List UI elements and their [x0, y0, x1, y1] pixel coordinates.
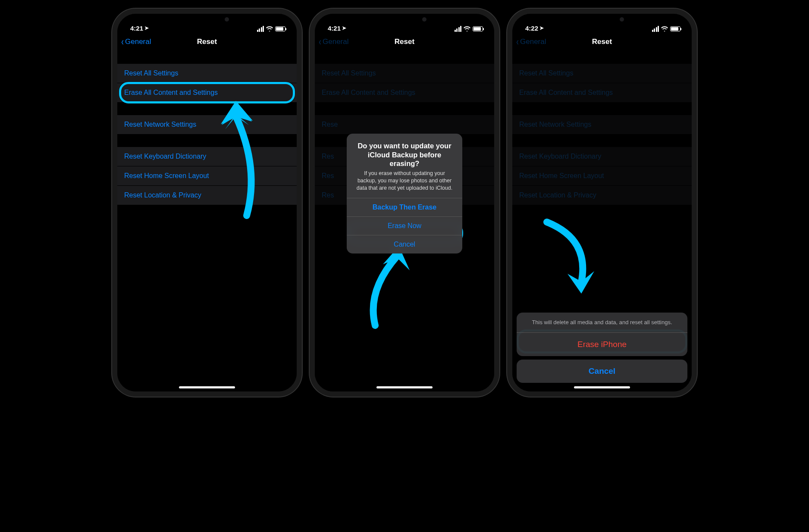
cellular-icon — [455, 26, 462, 32]
alert-erase-now[interactable]: Erase Now — [347, 216, 462, 235]
back-label: General — [323, 38, 348, 46]
status-time: 4:22 — [525, 25, 538, 32]
sheet-message: This will delete all media and data, and… — [517, 313, 687, 332]
wifi-icon — [661, 26, 668, 31]
settings-list-dimmed: Reset All Settings Erase All Content and… — [512, 52, 692, 391]
wifi-icon — [464, 26, 470, 31]
back-button[interactable]: ‹ General — [121, 32, 151, 52]
nav-bar: ‹ General Reset — [117, 32, 297, 52]
settings-list: Reset All Settings Erase All Content and… — [117, 52, 297, 391]
alert-title: Do you want to update your iCloud Backup… — [347, 134, 462, 170]
location-icon: ➤ — [539, 25, 544, 31]
home-indicator[interactable] — [179, 386, 235, 388]
notch — [364, 14, 445, 26]
status-time: 4:21 — [328, 25, 341, 32]
home-indicator[interactable] — [376, 386, 433, 388]
nav-bar: ‹ General Reset — [315, 32, 494, 52]
location-icon: ➤ — [144, 25, 149, 31]
action-sheet: This will delete all media and data, and… — [517, 313, 687, 383]
back-label: General — [125, 38, 151, 46]
battery-icon — [670, 26, 680, 31]
battery-icon — [473, 26, 483, 31]
page-title: Reset — [395, 38, 414, 46]
wifi-icon — [266, 26, 273, 31]
phone-frame-2: 4:21 ➤ ‹ General Reset Reset All Setting… — [310, 9, 499, 397]
back-button: ‹ General — [516, 32, 546, 52]
sheet-erase-iphone[interactable]: Erase iPhone — [517, 332, 687, 356]
cell-reset-location[interactable]: Reset Location & Privacy — [117, 186, 297, 205]
cell-reset-network[interactable]: Reset Network Settings — [117, 115, 297, 134]
battery-icon — [275, 26, 285, 31]
sheet-cancel[interactable]: Cancel — [517, 360, 687, 383]
chevron-left-icon: ‹ — [121, 37, 124, 47]
nav-bar: ‹ General Reset — [512, 32, 692, 52]
back-button: ‹ General — [318, 32, 348, 52]
phone-frame-3: 4:22 ➤ ‹ General Reset Reset All Setting… — [507, 9, 697, 397]
phone-frame-1: 4:21 ➤ ‹ General Reset Reset All Setting… — [112, 9, 302, 397]
cell-reset-home[interactable]: Reset Home Screen Layout — [117, 166, 297, 186]
page-title: Reset — [197, 38, 217, 46]
cell-erase-all[interactable]: Erase All Content and Settings — [117, 83, 297, 102]
page-title: Reset — [592, 38, 612, 46]
alert-cancel[interactable]: Cancel — [347, 235, 462, 253]
location-icon: ➤ — [342, 25, 346, 31]
icloud-backup-alert: Do you want to update your iCloud Backup… — [347, 134, 462, 253]
chevron-left-icon: ‹ — [319, 37, 321, 47]
status-time: 4:21 — [130, 25, 143, 32]
cell-reset-keyboard[interactable]: Reset Keyboard Dictionary — [117, 147, 297, 166]
alert-backup-then-erase[interactable]: Backup Then Erase — [347, 198, 462, 216]
alert-message: If you erase without updating your backu… — [347, 170, 462, 198]
cellular-icon — [652, 26, 659, 32]
cell-reset-all[interactable]: Reset All Settings — [117, 64, 297, 83]
settings-list-dimmed: Reset All Settings Erase All Content and… — [315, 52, 494, 391]
notch — [561, 14, 643, 26]
back-label: General — [520, 38, 546, 46]
cellular-icon — [257, 26, 264, 32]
chevron-left-icon: ‹ — [516, 37, 519, 47]
notch — [166, 14, 248, 26]
home-indicator[interactable] — [574, 386, 630, 388]
